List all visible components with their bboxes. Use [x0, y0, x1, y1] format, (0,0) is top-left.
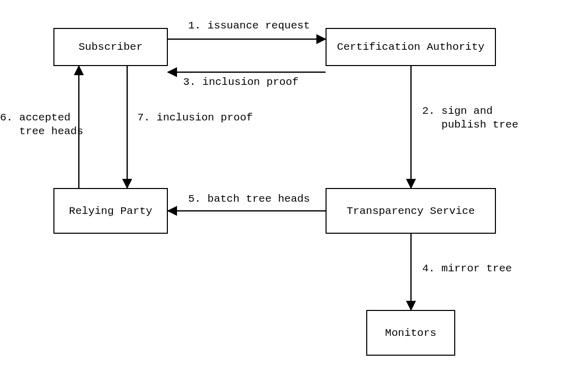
node-certification-authority: Certification Authority: [326, 28, 496, 66]
node-monitors: Monitors: [366, 310, 455, 356]
node-subscriber: Subscriber: [53, 28, 168, 66]
edge-label-4: 4. mirror tree: [422, 262, 512, 275]
edge-label-7: 7. inclusion proof: [137, 111, 253, 124]
node-transparency-service: Transparency Service: [326, 188, 496, 234]
edge-label-3: 3. inclusion proof: [183, 75, 299, 89]
node-relying-party-label: Relying Party: [69, 205, 153, 217]
diagram-canvas: Subscriber Certification Authority Relyi…: [0, 0, 588, 376]
edge-label-6-line1: 6. accepted: [0, 111, 71, 124]
node-monitors-label: Monitors: [385, 327, 436, 339]
edge-label-6-line2: tree heads: [0, 124, 83, 138]
edge-label-2-line2: publish tree: [422, 118, 518, 132]
node-transparency-service-label: Transparency Service: [346, 205, 475, 217]
node-ca-label: Certification Authority: [337, 41, 485, 53]
edge-label-2-line1: 2. sign and: [422, 104, 493, 118]
node-relying-party: Relying Party: [53, 188, 168, 234]
edge-label-5: 5. batch tree heads: [188, 192, 310, 206]
node-subscriber-label: Subscriber: [78, 41, 142, 53]
edge-label-1: 1. issuance request: [188, 19, 310, 33]
